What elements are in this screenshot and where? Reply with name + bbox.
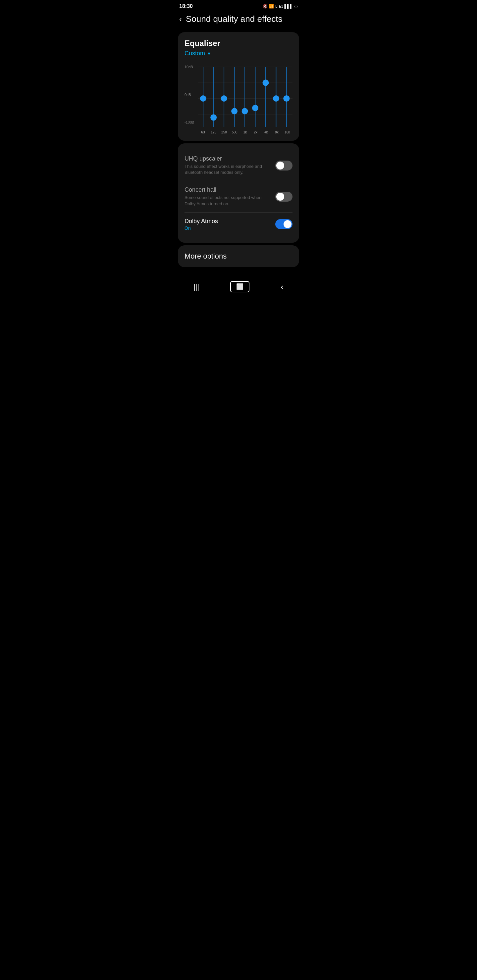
uhq-desc: This sound effect works in earphone and …: [185, 164, 270, 175]
dolby-title: Dolby Atmos: [185, 218, 270, 225]
uhq-title: UHQ upscaler: [185, 155, 270, 162]
header: ‹ Sound quality and effects: [174, 11, 303, 29]
dolby-info: Dolby Atmos On: [185, 218, 275, 231]
concert-desc: Some sound effects not supported when Do…: [185, 195, 270, 207]
uhq-toggle-knob: [276, 162, 284, 170]
eq-chart-svg[interactable]: [198, 62, 292, 129]
battery-icon: ▭: [294, 4, 298, 9]
freq-16k: 16k: [282, 130, 292, 134]
nav-menu-button[interactable]: |||: [185, 280, 207, 294]
concert-toggle[interactable]: [275, 192, 292, 202]
svg-point-17: [262, 80, 269, 86]
preset-label: Custom: [185, 50, 205, 57]
equaliser-card: Equaliser Custom ▾ 10dB 0dB -10dB: [178, 32, 299, 141]
dolby-atmos-row[interactable]: Dolby Atmos On: [185, 213, 292, 236]
equaliser-title: Equaliser: [185, 39, 292, 48]
svg-point-15: [252, 105, 258, 111]
dolby-status: On: [185, 226, 270, 231]
lte-label: LTE1: [275, 5, 283, 8]
freq-63: 63: [198, 130, 208, 134]
concert-toggle-knob: [276, 192, 284, 200]
svg-point-9: [221, 95, 227, 102]
signal-icon: ▌▌▌: [284, 4, 293, 9]
nav-bar: ||| ⬜ ‹: [174, 274, 303, 301]
uhq-upscaler-row[interactable]: UHQ upscaler This sound effect works in …: [185, 150, 292, 181]
status-bar: 18:30 🔇 📶 LTE1 ▌▌▌ ▭: [174, 0, 303, 11]
freq-2k: 2k: [250, 130, 261, 134]
status-time: 18:30: [179, 3, 193, 9]
svg-point-7: [211, 114, 217, 121]
concert-title: Concert hall: [185, 186, 270, 193]
dolby-toggle-knob: [284, 220, 292, 228]
dolby-toggle[interactable]: [275, 219, 292, 229]
uhq-toggle[interactable]: [275, 161, 292, 170]
nav-back-button[interactable]: ‹: [273, 279, 292, 295]
back-button[interactable]: ‹: [179, 14, 182, 24]
wifi-icon: 📶: [269, 4, 274, 9]
uhq-info: UHQ upscaler This sound effect works in …: [185, 155, 275, 175]
freq-125: 125: [208, 130, 219, 134]
freq-4k: 4k: [261, 130, 272, 134]
settings-card: UHQ upscaler This sound effect works in …: [178, 143, 299, 243]
preset-selector[interactable]: Custom ▾: [185, 50, 292, 57]
more-options-card[interactable]: More options: [178, 245, 299, 267]
concert-info: Concert hall Some sound effects not supp…: [185, 186, 275, 207]
svg-point-19: [273, 95, 279, 102]
freq-8k: 8k: [271, 130, 282, 134]
more-options-label: More options: [185, 252, 292, 261]
chevron-down-icon: ▾: [208, 50, 211, 57]
eq-label-0db: 0dB: [185, 93, 195, 97]
concert-hall-row[interactable]: Concert hall Some sound effects not supp…: [185, 181, 292, 212]
svg-point-13: [242, 108, 248, 114]
eq-label-neg10db: -10dB: [185, 120, 195, 124]
freq-500: 500: [229, 130, 240, 134]
status-icons: 🔇 📶 LTE1 ▌▌▌ ▭: [263, 4, 298, 9]
svg-point-21: [283, 95, 290, 102]
freq-250: 250: [219, 130, 230, 134]
svg-point-5: [200, 95, 206, 102]
svg-point-11: [231, 108, 238, 114]
page-title: Sound quality and effects: [186, 14, 282, 24]
eq-label-10db: 10dB: [185, 65, 195, 69]
freq-1k: 1k: [240, 130, 250, 134]
mute-icon: 🔇: [263, 4, 268, 9]
nav-home-button[interactable]: ⬜: [230, 281, 249, 292]
